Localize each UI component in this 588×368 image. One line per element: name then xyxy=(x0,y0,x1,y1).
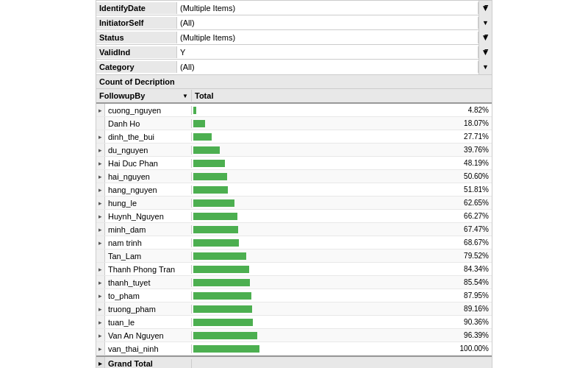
bar-chart-bar xyxy=(193,199,234,207)
percentage-value: 89.16% xyxy=(464,305,489,313)
row-value-cell: 62.65% xyxy=(192,199,492,207)
percentage-value: 79.52% xyxy=(464,252,489,260)
column-header-row: FollowupBy ▼ Total xyxy=(96,89,492,104)
data-scroll-area[interactable]: ▸cuong_nguyen4.82%Danh Ho18.07%▸dinh_the… xyxy=(96,104,492,355)
table-row: ▸to_pham87.95% xyxy=(96,289,492,302)
filter-dropdown-button[interactable]: ▼̅ xyxy=(478,30,492,45)
bar-chart-bar xyxy=(193,213,237,220)
percentage-value: 4.82% xyxy=(468,106,489,114)
filter-dropdown-button[interactable]: ▼ xyxy=(478,15,492,30)
row-expand-icon[interactable]: ▸ xyxy=(96,210,105,222)
table-row: ▸nam trinh68.67% xyxy=(96,236,492,250)
row-expand-icon[interactable]: ▸ xyxy=(96,302,105,315)
bar-chart-bar xyxy=(193,252,246,260)
table-row: ▸hang_nguyen51.81% xyxy=(96,183,492,197)
table-row: Danh Ho18.07% xyxy=(96,117,492,130)
row-expand-icon[interactable]: ▸ xyxy=(96,104,105,116)
row-value-cell: 90.36% xyxy=(192,319,492,326)
followup-dropdown-icon[interactable]: ▼ xyxy=(182,93,188,99)
row-expand-icon[interactable]: ▸ xyxy=(96,236,105,249)
row-name: du_nguyen xyxy=(105,146,192,155)
row-value-cell: 85.54% xyxy=(192,279,492,286)
row-expand-icon[interactable]: ▸ xyxy=(96,276,105,289)
percentage-value: 39.76% xyxy=(464,146,489,154)
bar-chart-bar xyxy=(193,120,205,127)
table-row: ▸thanh_tuyet85.54% xyxy=(96,276,492,289)
row-name: hang_nguyen xyxy=(105,185,192,194)
percentage-value: 18.07% xyxy=(464,119,489,127)
followup-label: FollowupBy xyxy=(99,91,145,100)
row-value-cell: 100.00% xyxy=(192,345,492,353)
row-expand-icon[interactable]: ▸ xyxy=(96,316,105,328)
row-expand-icon[interactable]: ▸ xyxy=(96,183,105,196)
bar-chart-bar xyxy=(193,239,239,247)
row-expand-icon[interactable]: ▸ xyxy=(96,170,105,183)
filter-label: ValidInd xyxy=(96,46,177,58)
row-name: dinh_the_bui xyxy=(105,132,192,141)
row-value-cell: 4.82% xyxy=(192,107,492,114)
row-expand-icon[interactable]: ▸ xyxy=(96,157,105,169)
row-name: nam trinh xyxy=(105,238,192,247)
row-expand-icon[interactable]: ▸ xyxy=(96,263,105,275)
row-expand-icon[interactable]: ▸ xyxy=(96,329,105,342)
percentage-value: 68.67% xyxy=(464,238,489,247)
row-value-cell: 68.67% xyxy=(192,239,492,247)
percentage-value: 51.81% xyxy=(464,185,489,194)
row-expand-icon[interactable] xyxy=(96,117,105,130)
row-expand-icon[interactable]: ▸ xyxy=(96,144,105,156)
row-expand-icon[interactable]: ▸ xyxy=(96,289,105,302)
row-name: Thanh Phong Tran xyxy=(105,265,192,274)
row-name: hai_nguyen xyxy=(105,172,192,181)
bar-chart-bar xyxy=(193,292,251,300)
pivot-table: IdentifyDate(Multiple Items)▼̅InitiatorS… xyxy=(96,0,492,368)
row-value-cell: 18.07% xyxy=(192,120,492,127)
row-value-cell: 66.27% xyxy=(192,213,492,220)
filter-value: (Multiple Items) xyxy=(177,32,478,43)
bar-chart-bar xyxy=(193,345,259,353)
total-column-header: Total xyxy=(192,90,492,102)
table-row: ▸dinh_the_bui27.71% xyxy=(96,130,492,144)
row-value-cell: 67.47% xyxy=(192,226,492,233)
table-row: ▸Thanh Phong Tran84.34% xyxy=(96,263,492,276)
row-value-cell: 89.16% xyxy=(192,305,492,313)
table-row: ▸Van An Nguyen96.39% xyxy=(96,329,492,342)
row-name: cuong_nguyen xyxy=(105,106,192,115)
row-expand-icon[interactable]: ▸ xyxy=(96,342,105,355)
filter-dropdown-button[interactable]: ▼ xyxy=(478,60,492,74)
row-name: Tan_Lam xyxy=(105,252,192,261)
row-expand-icon[interactable]: ▸ xyxy=(96,197,105,209)
row-value-cell: 39.76% xyxy=(192,146,492,154)
bar-chart-bar xyxy=(193,173,227,180)
row-name: minh_dam xyxy=(105,225,192,234)
filter-label: Status xyxy=(96,32,177,43)
bar-chart-bar xyxy=(193,133,212,141)
row-value-cell: 84.34% xyxy=(192,266,492,273)
filter-label: IdentifyDate xyxy=(96,2,177,14)
grand-total-expand-icon[interactable]: ▸ xyxy=(96,357,105,368)
filter-row: IdentifyDate(Multiple Items)▼̅ xyxy=(96,1,492,15)
filter-value: (All) xyxy=(177,61,478,73)
table-row: ▸du_nguyen39.76% xyxy=(96,144,492,157)
table-row: Tan_Lam79.52% xyxy=(96,250,492,263)
percentage-value: 67.47% xyxy=(464,225,489,233)
bar-chart-bar xyxy=(193,186,228,194)
row-name: thanh_tuyet xyxy=(105,278,192,287)
row-value-cell: 87.95% xyxy=(192,292,492,300)
percentage-value: 27.71% xyxy=(464,132,489,141)
table-row: ▸van_thai_ninh100.00% xyxy=(96,342,492,355)
row-expand-icon[interactable] xyxy=(96,250,105,262)
filter-dropdown-button[interactable]: ▼̅ xyxy=(478,1,492,15)
bar-chart-bar xyxy=(193,146,220,154)
row-expand-icon[interactable]: ▸ xyxy=(96,130,105,143)
percentage-value: 50.60% xyxy=(464,172,489,180)
row-name: Hai Duc Phan xyxy=(105,159,192,168)
filter-value: Y xyxy=(177,46,478,58)
row-name: to_pham xyxy=(105,291,192,300)
filter-dropdown-button[interactable]: ▼̅ xyxy=(478,45,492,60)
row-name: Huynh_Nguyen xyxy=(105,212,192,221)
filter-section: IdentifyDate(Multiple Items)▼̅InitiatorS… xyxy=(96,1,492,75)
percentage-value: 84.34% xyxy=(464,265,489,273)
row-expand-icon[interactable]: ▸ xyxy=(96,223,105,236)
bar-chart-bar xyxy=(193,226,238,233)
table-row: ▸hung_le62.65% xyxy=(96,197,492,210)
